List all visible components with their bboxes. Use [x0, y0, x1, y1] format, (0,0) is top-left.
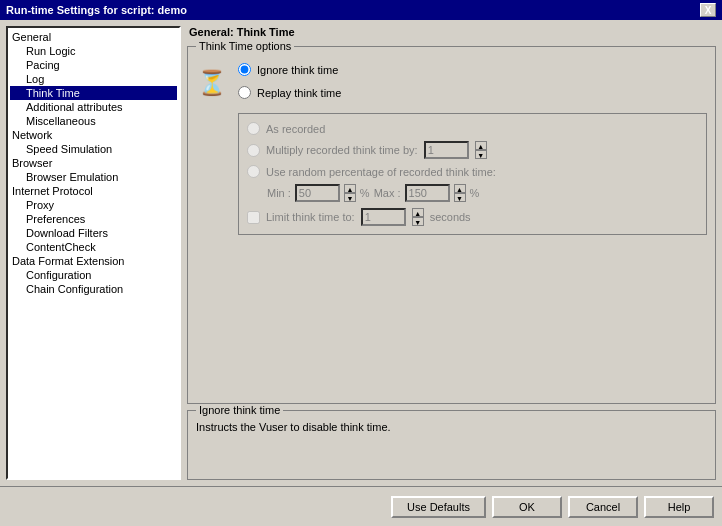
sidebar-item-pacing[interactable]: Pacing: [10, 58, 177, 72]
think-time-options-group: Think Time options ⏳ Ignore think time: [187, 46, 716, 404]
multiply-label: Multiply recorded think time by:: [266, 144, 418, 156]
random-radio[interactable]: [247, 165, 260, 178]
sidebar-item-log[interactable]: Log: [10, 72, 177, 86]
sidebar-item-content-check[interactable]: ContentCheck: [10, 240, 177, 254]
random-row: Use random percentage of recorded think …: [247, 165, 698, 178]
description-group-label: Ignore think time: [196, 404, 283, 416]
replay-radio[interactable]: [238, 86, 251, 99]
limit-spinner-arrows: ▲ ▼: [412, 208, 424, 226]
sidebar-item-download-filters[interactable]: Download Filters: [10, 226, 177, 240]
min-label: Min :: [267, 187, 291, 199]
sidebar-item-additional-attributes[interactable]: Additional attributes: [10, 100, 177, 114]
tree-panel: General Run Logic Pacing Log Think Time …: [6, 26, 181, 480]
title-bar: Run-time Settings for script: demo X: [0, 0, 722, 20]
hourglass-icon: ⏳: [196, 67, 228, 99]
random-label: Use random percentage of recorded think …: [266, 166, 496, 178]
sidebar-item-data-format-extension[interactable]: Data Format Extension: [10, 254, 177, 268]
max-spinner-arrows: ▲ ▼: [454, 184, 466, 202]
sidebar-item-general[interactable]: General: [10, 30, 177, 44]
icon-column: ⏳: [196, 63, 228, 235]
max-input[interactable]: [405, 184, 450, 202]
sidebar-item-internet-protocol[interactable]: Internet Protocol: [10, 184, 177, 198]
multiply-row: Multiply recorded think time by: ▲ ▼: [247, 141, 698, 159]
as-recorded-radio[interactable]: [247, 122, 260, 135]
description-group: Ignore think time Instructs the Vuser to…: [187, 410, 716, 480]
use-defaults-button[interactable]: Use Defaults: [391, 496, 486, 518]
as-recorded-row: As recorded: [247, 122, 698, 135]
help-button[interactable]: Help: [644, 496, 714, 518]
limit-input[interactable]: [361, 208, 406, 226]
think-time-options-label: Think Time options: [196, 40, 294, 52]
panel-title: General: Think Time: [187, 26, 716, 38]
multiply-input[interactable]: [424, 141, 469, 159]
sub-options-box: As recorded Multiply recorded think time…: [238, 113, 707, 235]
sidebar-item-configuration[interactable]: Configuration: [10, 268, 177, 282]
radio-options-column: Ignore think time Replay think time As r…: [238, 63, 707, 235]
cancel-button[interactable]: Cancel: [568, 496, 638, 518]
max-up-arrow[interactable]: ▲: [454, 184, 466, 193]
limit-label: Limit think time to:: [266, 211, 355, 223]
min-down-arrow[interactable]: ▼: [344, 193, 356, 202]
min-up-arrow[interactable]: ▲: [344, 184, 356, 193]
sidebar-item-chain-configuration[interactable]: Chain Configuration: [10, 282, 177, 296]
sidebar-item-run-logic[interactable]: Run Logic: [10, 44, 177, 58]
as-recorded-label: As recorded: [266, 123, 325, 135]
ignore-radio-row: Ignore think time: [238, 63, 707, 76]
min-input[interactable]: [295, 184, 340, 202]
limit-checkbox[interactable]: [247, 211, 260, 224]
replay-radio-row: Replay think time: [238, 86, 707, 99]
sidebar-item-proxy[interactable]: Proxy: [10, 198, 177, 212]
max-down-arrow[interactable]: ▼: [454, 193, 466, 202]
sidebar-item-speed-simulation[interactable]: Speed Simulation: [10, 142, 177, 156]
content-panel: General: Think Time Think Time options ⏳…: [187, 26, 716, 480]
limit-row: Limit think time to: ▲ ▼ seconds: [247, 208, 698, 226]
ignore-label: Ignore think time: [257, 64, 338, 76]
bottom-bar: Use Defaults OK Cancel Help: [0, 486, 722, 526]
max-label: Max :: [374, 187, 401, 199]
tto-inner: ⏳ Ignore think time Replay think time: [196, 57, 707, 241]
title-bar-text: Run-time Settings for script: demo: [6, 4, 187, 16]
limit-up-arrow[interactable]: ▲: [412, 208, 424, 217]
multiply-radio[interactable]: [247, 144, 260, 157]
min-spinner-arrows: ▲ ▼: [344, 184, 356, 202]
ok-button[interactable]: OK: [492, 496, 562, 518]
multiply-up-arrow[interactable]: ▲: [475, 141, 487, 150]
description-text: Instructs the Vuser to disable think tim…: [196, 421, 707, 433]
min-max-row: Min : ▲ ▼ % Max : ▲ ▼: [267, 184, 698, 202]
sidebar-item-browser[interactable]: Browser: [10, 156, 177, 170]
sidebar-item-think-time[interactable]: Think Time: [10, 86, 177, 100]
limit-down-arrow[interactable]: ▼: [412, 217, 424, 226]
replay-label: Replay think time: [257, 87, 341, 99]
percent-label-2: %: [470, 187, 480, 199]
multiply-down-arrow[interactable]: ▼: [475, 150, 487, 159]
sidebar-item-network[interactable]: Network: [10, 128, 177, 142]
dialog-body: General Run Logic Pacing Log Think Time …: [0, 20, 722, 486]
multiply-spinner-arrows: ▲ ▼: [475, 141, 487, 159]
seconds-label: seconds: [430, 211, 471, 223]
sidebar-item-miscellaneous[interactable]: Miscellaneous: [10, 114, 177, 128]
percent-label-1: %: [360, 187, 370, 199]
ignore-radio[interactable]: [238, 63, 251, 76]
sidebar-item-preferences[interactable]: Preferences: [10, 212, 177, 226]
sidebar-item-browser-emulation[interactable]: Browser Emulation: [10, 170, 177, 184]
close-button[interactable]: X: [700, 3, 716, 17]
